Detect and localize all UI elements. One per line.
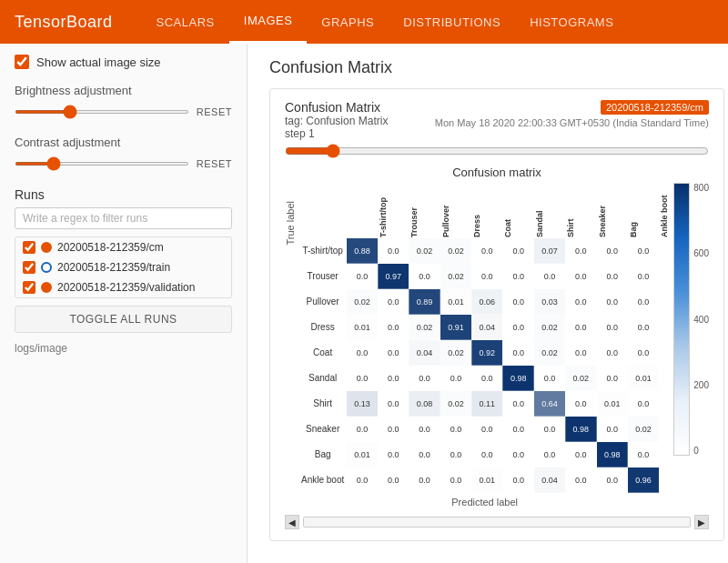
matrix-cell: 0.0 [409, 442, 440, 467]
timeline-row [285, 144, 709, 158]
matrix-cell: 0.0 [628, 442, 659, 467]
contrast-reset-button[interactable]: RESET [197, 155, 232, 173]
matrix-cell: 0.02 [440, 391, 471, 417]
matrix-cell: 0.13 [347, 391, 378, 417]
contrast-slider[interactable] [15, 162, 189, 166]
matrix-cell: 0.0 [378, 417, 409, 442]
matrix-cell: 0.01 [597, 391, 628, 417]
run-name-cm: 20200518-212359/cm [57, 241, 164, 254]
card-timestamp: Mon May 18 2020 22:00:33 GMT+0530 (India… [435, 117, 709, 128]
matrix-cell: 0.02 [628, 417, 659, 442]
matrix-cell: 0.0 [347, 340, 378, 366]
matrix-cell: 0.0 [534, 264, 565, 289]
show-actual-checkbox[interactable] [15, 55, 29, 69]
colorbar-label: 200 [693, 380, 709, 390]
matrix-cell: 0.02 [409, 315, 440, 340]
col-label: Coat [503, 183, 512, 237]
brightness-section: Brightness adjustment RESET [15, 84, 232, 121]
matrix-cell: 0.0 [628, 315, 659, 340]
matrix-cell: 0.0 [534, 366, 565, 391]
matrix-cell: 0.64 [534, 391, 565, 417]
row-label: Coat [299, 340, 347, 366]
run-item-cm[interactable]: 20200518-212359/cm [15, 237, 231, 257]
table-row: Bag0.010.00.00.00.00.00.00.00.980.0 [299, 442, 670, 467]
matrix-cell: 0.0 [628, 340, 659, 366]
matrix-cell: 0.0 [409, 366, 440, 391]
row-label: Bag [299, 442, 347, 467]
matrix-cell: 0.0 [502, 264, 533, 289]
matrix-cell: 0.96 [628, 467, 659, 493]
matrix-cell: 0.0 [534, 417, 565, 442]
col-label: Ankle boot [660, 183, 669, 237]
row-label: Sneaker [299, 417, 347, 442]
contrast-label: Contrast adjustment [15, 136, 232, 149]
runs-filter-input[interactable] [15, 207, 232, 229]
row-label: Sandal [299, 366, 347, 391]
matrix-cell: 0.0 [628, 289, 659, 315]
page-title: Confusion Matrix [269, 58, 706, 77]
matrix-cell: 0.0 [409, 467, 440, 493]
matrix-cell: 0.0 [597, 467, 628, 493]
run-badge: 20200518-212359/cm [601, 100, 709, 115]
matrix-cell: 0.0 [565, 238, 596, 264]
scroll-row: ◀ ▶ [285, 515, 709, 529]
matrix-cell: 0.0 [597, 417, 628, 442]
matrix-cell: 0.0 [597, 238, 628, 264]
matrix-cell: 0.0 [565, 289, 596, 315]
matrix-cell: 0.0 [565, 442, 596, 467]
card-step: step 1 [285, 127, 388, 140]
scroll-left-arrow[interactable]: ◀ [285, 515, 299, 529]
matrix-cell: 0.0 [628, 238, 659, 264]
run-circle-validation [41, 282, 52, 293]
matrix-cell: 0.02 [409, 238, 440, 264]
matrix-cell: 0.01 [628, 366, 659, 391]
matrix-cell: 0.0 [565, 315, 596, 340]
matrix-cell: 0.0 [502, 391, 533, 417]
toggle-all-runs-button[interactable]: TOGGLE ALL RUNS [15, 306, 232, 333]
col-label: Bag [629, 183, 638, 237]
run-item-train[interactable]: 20200518-212359/train [15, 257, 231, 277]
matrix-cell: 0.0 [378, 391, 409, 417]
brightness-slider[interactable] [15, 110, 189, 114]
matrix-cell: 0.0 [347, 417, 378, 442]
matrix-cell: 0.0 [440, 442, 471, 467]
table-row: Pullover0.020.00.890.010.060.00.030.00.0… [299, 289, 670, 315]
runs-section: Runs 20200518-212359/cm 20200518-212359/… [15, 187, 232, 333]
nav-graphs[interactable]: GRAPHS [307, 0, 389, 44]
matrix-cell: 0.0 [597, 289, 628, 315]
matrix-cell: 0.0 [565, 467, 596, 493]
matrix-cell: 0.89 [409, 289, 440, 315]
run-checkbox-cm[interactable] [23, 241, 35, 254]
col-label: Pullover [441, 183, 450, 237]
matrix-cell: 0.0 [502, 289, 533, 315]
matrix-cell: 0.0 [565, 264, 596, 289]
matrix-cell: 0.01 [347, 442, 378, 467]
matrix-cell: 0.0 [502, 442, 533, 467]
colorbar-bar [673, 183, 690, 456]
col-label: Trouser [410, 183, 419, 237]
matrix-cell: 0.0 [378, 238, 409, 264]
matrix-cell: 0.0 [378, 442, 409, 467]
run-item-validation[interactable]: 20200518-212359/validation [15, 277, 231, 297]
matrix-cell: 0.0 [471, 442, 502, 467]
brand-logo: TensorBoard [15, 13, 113, 32]
row-label: Trouser [299, 264, 347, 289]
run-name-train: 20200518-212359/train [57, 261, 170, 274]
matrix-cell: 0.0 [378, 366, 409, 391]
nav-scalars[interactable]: SCALARS [142, 0, 229, 44]
scroll-track[interactable] [303, 517, 691, 528]
matrix-cell: 0.0 [378, 289, 409, 315]
nav-distributions[interactable]: DISTRIBUTIONS [389, 0, 515, 44]
scroll-right-arrow[interactable]: ▶ [694, 515, 709, 529]
timeline-slider[interactable] [285, 144, 709, 158]
col-label: Shirt [566, 183, 575, 237]
colorbar-label: 400 [693, 315, 709, 325]
matrix-cell: 0.91 [440, 315, 471, 340]
brightness-reset-button[interactable]: RESET [197, 103, 232, 121]
colorbar-label: 600 [693, 248, 709, 258]
nav-histograms[interactable]: HISTOGRAMS [515, 0, 628, 44]
confusion-matrix-card: Confusion Matrix tag: Confusion Matrix s… [269, 88, 724, 541]
run-checkbox-validation[interactable] [23, 281, 35, 294]
run-checkbox-train[interactable] [23, 261, 35, 274]
nav-images[interactable]: IMAGES [229, 0, 308, 44]
